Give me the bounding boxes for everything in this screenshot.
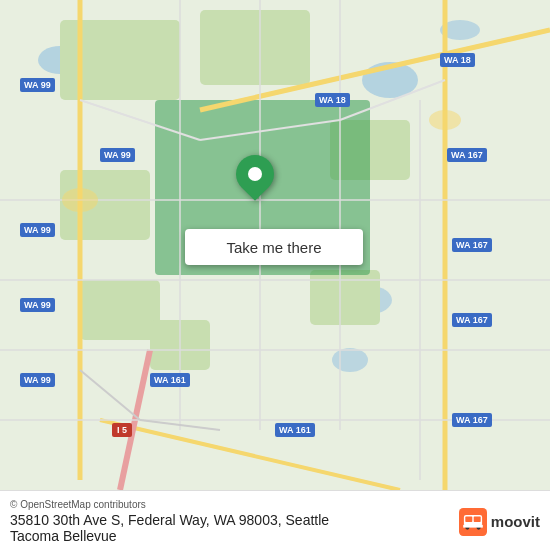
moovit-icon <box>459 508 487 536</box>
svg-rect-11 <box>310 270 380 325</box>
bottom-left: © OpenStreetMap contributors 35810 30th … <box>10 499 329 544</box>
shield-wa167-4: WA 167 <box>452 413 492 427</box>
shield-wa99-2: WA 99 <box>100 148 135 162</box>
shield-wa167-2: WA 167 <box>452 238 492 252</box>
shield-wa18-1: WA 18 <box>315 93 350 107</box>
take-me-there-label: Take me there <box>226 239 321 256</box>
moovit-wordmark: moovit <box>491 513 540 530</box>
shield-wa99-5: WA 99 <box>20 373 55 387</box>
svg-point-5 <box>332 348 368 372</box>
address-text: 35810 30th Ave S, Federal Way, WA 98003,… <box>10 512 329 544</box>
address-cities: Tacoma Bellevue <box>10 528 117 544</box>
svg-rect-37 <box>474 516 481 522</box>
shield-wa18-2: WA 18 <box>440 53 475 67</box>
address-line1: 35810 30th Ave S, Federal Way, WA 98003,… <box>10 512 329 528</box>
svg-rect-10 <box>80 280 160 340</box>
shield-i5: I 5 <box>112 423 132 437</box>
map-background <box>0 0 550 550</box>
svg-rect-7 <box>200 10 310 85</box>
copyright-text: © OpenStreetMap contributors <box>10 499 329 510</box>
take-me-there-button[interactable]: Take me there <box>185 229 363 265</box>
bottom-bar: © OpenStreetMap contributors 35810 30th … <box>0 490 550 550</box>
pin-marker <box>228 147 282 201</box>
shield-wa99-1: WA 99 <box>20 78 55 92</box>
svg-point-33 <box>429 110 461 130</box>
shield-wa99-4: WA 99 <box>20 298 55 312</box>
shield-wa161-1: WA 161 <box>150 373 190 387</box>
map-container: WA 99 WA 99 WA 99 WA 99 WA 99 WA 18 WA 1… <box>0 0 550 550</box>
shield-wa167-3: WA 167 <box>452 313 492 327</box>
svg-point-32 <box>62 188 98 212</box>
moovit-logo: moovit <box>459 508 540 536</box>
svg-rect-40 <box>463 524 483 527</box>
shield-wa167-1: WA 167 <box>447 148 487 162</box>
map-pin <box>236 155 274 193</box>
svg-rect-36 <box>465 516 472 522</box>
shield-wa161-2: WA 161 <box>275 423 315 437</box>
shield-wa99-3: WA 99 <box>20 223 55 237</box>
pin-dot <box>248 167 262 181</box>
